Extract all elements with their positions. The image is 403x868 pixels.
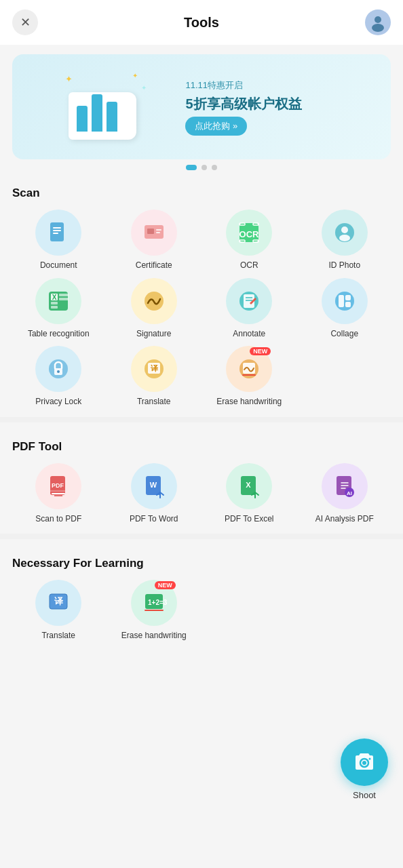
- bar1: [77, 106, 88, 132]
- collage-label: Collage: [330, 329, 358, 340]
- privacy-lock-icon: [45, 356, 71, 382]
- svg-text:1+2=3: 1+2=3: [148, 599, 167, 606]
- tool-annotate[interactable]: Annotate: [203, 278, 296, 340]
- divider-2: [0, 534, 403, 539]
- pdf-section-title: PDF Tool: [12, 440, 391, 454]
- signature-label: Signature: [136, 329, 171, 340]
- tool-erase-handwriting[interactable]: NEW Erase handwriting: [203, 346, 296, 408]
- bar2: [92, 94, 102, 132]
- id-photo-icon: [332, 220, 358, 245]
- erase-handwriting-learn-label: Erase handwriting: [121, 631, 187, 642]
- shoot-fab[interactable]: Shoot: [341, 738, 388, 800]
- table-recognition-label: Table recognition: [28, 329, 90, 340]
- tool-ai-analysis-pdf[interactable]: AI AI Analysis PDF: [299, 463, 391, 525]
- document-icon: [45, 220, 71, 245]
- svg-rect-7: [147, 229, 154, 234]
- scan-to-pdf-label: Scan to PDF: [35, 514, 81, 525]
- tool-id-photo[interactable]: ID Photo: [299, 210, 391, 271]
- svg-rect-22: [51, 302, 58, 304]
- tool-collage[interactable]: Collage: [299, 278, 391, 340]
- pdf-to-excel-icon-wrap: X: [226, 463, 272, 509]
- banner-cta-button[interactable]: 点此抢购 »: [185, 117, 247, 136]
- translate-icon-wrap: 译: [131, 346, 177, 392]
- pdf-to-word-icon-wrap: W: [131, 463, 177, 509]
- svg-rect-33: [339, 295, 344, 307]
- privacy-lock-icon-wrap: [35, 346, 81, 392]
- tool-scan-to-pdf[interactable]: PDF Scan to PDF: [12, 463, 105, 525]
- bar-chart: [77, 94, 117, 132]
- translate-learn-icon-wrap: 译: [35, 580, 81, 626]
- star-decoration-3: ✦: [141, 84, 147, 92]
- tool-ocr[interactable]: OCR OCR: [203, 210, 296, 271]
- document-icon-wrap: [35, 210, 81, 256]
- svg-rect-35: [345, 302, 351, 307]
- annotate-icon: [236, 288, 262, 314]
- tool-document[interactable]: Document: [12, 210, 105, 271]
- banner-text-area: 11.11特惠开启 5折享高级帐户权益 点此抢购 »: [185, 79, 377, 136]
- id-photo-icon-wrap: [322, 210, 368, 256]
- table-icon: X: [45, 288, 71, 314]
- translate-learn-icon: 译: [45, 590, 71, 616]
- scan-section: Scan Document: [0, 178, 403, 408]
- dot-2[interactable]: [202, 165, 207, 170]
- new-badge-learn: NEW: [155, 581, 176, 589]
- dot-3[interactable]: [212, 165, 217, 170]
- svg-rect-25: [59, 298, 69, 300]
- svg-text:X: X: [246, 481, 252, 489]
- promo-banner[interactable]: ✦ ✦ ✦ 11.11特惠开启 5折享高级帐户权益 点此抢购 »: [12, 54, 391, 159]
- bar3: [107, 102, 117, 132]
- translate-learn-label: Translate: [41, 631, 75, 642]
- learning-tools-grid: 译 Translate 1+2=3 NEW Erase handwriting: [12, 580, 391, 642]
- svg-point-38: [57, 370, 60, 373]
- scan-to-pdf-icon-wrap: PDF: [35, 463, 81, 509]
- erase-handwriting-label: Erase handwriting: [216, 397, 282, 408]
- avatar[interactable]: [365, 9, 391, 35]
- svg-text:X: X: [52, 294, 57, 301]
- scan-tools-grid: Document Certificate OCR: [12, 210, 391, 408]
- camera-icon: [352, 750, 377, 774]
- erase-handwriting-learn-icon-wrap: 1+2=3 NEW: [131, 580, 177, 626]
- tool-table-recognition[interactable]: X Table recognition: [12, 278, 105, 340]
- banner-subtitle: 11.11特惠开启: [185, 79, 243, 92]
- pdf-to-excel-icon: X: [236, 473, 262, 499]
- tool-translate[interactable]: 译 Translate: [108, 346, 201, 408]
- banner-image: ✦ ✦ ✦: [62, 71, 150, 145]
- erase-handwriting-learn-icon: 1+2=3: [141, 590, 167, 616]
- tool-privacy-lock[interactable]: Privacy Lock: [12, 346, 105, 408]
- svg-rect-23: [51, 306, 58, 309]
- tool-erase-handwriting-learn[interactable]: 1+2=3 NEW Erase handwriting: [108, 580, 201, 642]
- svg-rect-3: [53, 227, 61, 229]
- learning-section: Necessary For Learning 译 Translate 1+2=3…: [0, 549, 403, 642]
- ai-analysis-icon: AI: [332, 473, 358, 499]
- pdf-to-word-label: PDF To Word: [130, 514, 178, 525]
- collage-icon: [332, 288, 358, 314]
- scan-to-pdf-icon: PDF: [45, 473, 71, 499]
- svg-point-32: [335, 292, 354, 311]
- tool-pdf-to-excel[interactable]: X PDF To Excel: [203, 463, 296, 525]
- svg-text:W: W: [150, 481, 157, 489]
- ocr-label: OCR: [240, 260, 258, 271]
- close-button[interactable]: ✕: [12, 9, 38, 35]
- tool-signature[interactable]: Signature: [108, 278, 201, 340]
- svg-text:PDF: PDF: [52, 482, 64, 489]
- svg-text:译: 译: [150, 364, 158, 372]
- shoot-button[interactable]: [341, 738, 388, 786]
- dot-1[interactable]: [186, 165, 197, 170]
- tool-pdf-to-word[interactable]: W PDF To Word: [108, 463, 201, 525]
- tool-translate-learn[interactable]: 译 Translate: [12, 580, 105, 642]
- svg-point-63: [362, 761, 366, 765]
- certificate-icon-wrap: [131, 210, 177, 256]
- translate-label: Translate: [137, 397, 171, 408]
- tool-certificate[interactable]: Certificate: [108, 210, 201, 271]
- translate-icon: 译: [141, 356, 167, 382]
- annotate-label: Annotate: [233, 329, 265, 340]
- svg-rect-24: [59, 294, 69, 296]
- ocr-icon: OCR: [236, 220, 262, 245]
- svg-rect-34: [345, 295, 351, 300]
- new-badge: NEW: [250, 347, 271, 355]
- banner-section: ✦ ✦ ✦ 11.11特惠开启 5折享高级帐户权益 点此抢购 »: [0, 45, 403, 178]
- pdf-tools-grid: PDF Scan to PDF W PDF To Word: [12, 463, 391, 525]
- privacy-lock-label: Privacy Lock: [35, 397, 81, 408]
- svg-text:译: 译: [54, 596, 64, 606]
- ocr-icon-wrap: OCR: [226, 210, 272, 256]
